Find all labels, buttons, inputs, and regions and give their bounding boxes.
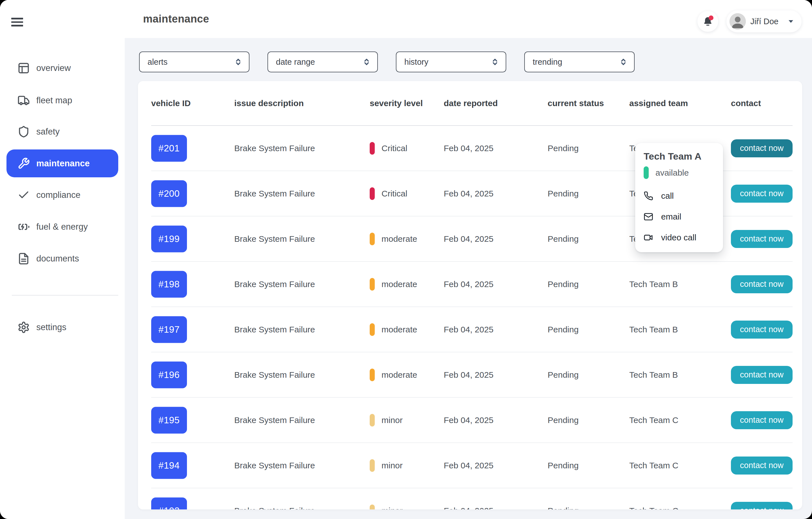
severity-cell: minor <box>370 459 403 472</box>
severity-indicator <box>370 368 375 381</box>
issue-description-cell: Brake System Failure <box>234 144 315 153</box>
vehicle-id-badge: #201 <box>151 135 187 161</box>
date-reported-cell: Feb 04, 2025 <box>444 370 494 380</box>
vehicle-id-badge: #199 <box>151 225 187 252</box>
column-header: current status <box>548 98 604 108</box>
severity-cell: Critical <box>370 142 407 154</box>
team-contact-popover: Tech Team A available call em <box>635 143 723 252</box>
call-menu-item[interactable]: call <box>644 190 715 202</box>
sidebar-item-maintenance[interactable]: maintenance <box>6 149 118 177</box>
column-header: date reported <box>444 98 498 108</box>
chevron-up-down-icon <box>490 57 500 67</box>
date-reported-cell: Feb 04, 2025 <box>444 189 494 199</box>
sidebar-item-label: compliance <box>36 190 81 200</box>
contact-now-button[interactable]: contact now <box>731 502 792 510</box>
sidebar-item-compliance[interactable]: compliance <box>6 181 118 209</box>
sidebar-item-fuel-energy[interactable]: fuel & energy <box>6 213 118 241</box>
severity-indicator <box>370 459 375 472</box>
severity-label: Critical <box>381 189 407 199</box>
shield-icon <box>18 125 30 138</box>
severity-label: moderate <box>381 279 417 289</box>
severity-label: minor <box>381 416 403 425</box>
severity-indicator <box>370 323 375 336</box>
severity-cell: Critical <box>370 187 407 200</box>
column-header: contact <box>731 98 761 108</box>
contact-cell: contact now <box>731 366 792 384</box>
sidebar-item-label: fleet map <box>36 95 72 105</box>
severity-cell: minor <box>370 414 403 426</box>
contact-cell: contact now <box>731 275 792 293</box>
current-status-cell: Pending <box>548 461 579 470</box>
severity-cell: moderate <box>370 323 417 336</box>
date-reported-cell: Feb 04, 2025 <box>444 416 494 425</box>
filter-select-date-range[interactable]: date range <box>267 52 378 72</box>
wrench-icon <box>18 157 30 170</box>
user-menu[interactable]: Jiří Doe <box>726 10 802 32</box>
sidebar-item-documents[interactable]: documents <box>6 245 118 272</box>
page-title: maintenance <box>143 0 209 38</box>
column-header: assigned team <box>629 98 688 108</box>
availability-label: available <box>656 168 689 178</box>
filter-select-alerts[interactable]: alerts <box>139 52 250 72</box>
filter-select-label: trending <box>533 57 562 67</box>
video-camera-icon <box>644 233 653 242</box>
contact-now-button[interactable]: contact now <box>731 139 792 157</box>
hamburger-icon <box>11 18 24 27</box>
availability-status: available <box>644 166 715 179</box>
popover-title: Tech Team A <box>644 151 715 162</box>
check-icon <box>18 189 30 201</box>
sidebar-item-safety[interactable]: safety <box>6 118 118 146</box>
vehicle-id-badge: #194 <box>151 452 187 479</box>
contact-now-button[interactable]: contact now <box>731 275 792 293</box>
current-status-cell: Pending <box>548 506 579 510</box>
severity-label: minor <box>381 461 403 470</box>
panel-layout-icon <box>18 62 30 74</box>
severity-indicator <box>370 414 375 426</box>
issue-description-cell: Brake System Failure <box>234 506 315 510</box>
contact-now-button[interactable]: contact now <box>731 457 792 475</box>
notifications-button[interactable] <box>697 11 718 32</box>
vehicle-id-badge: #198 <box>151 271 187 298</box>
current-status-cell: Pending <box>548 370 579 380</box>
contact-now-button[interactable]: contact now <box>731 411 792 429</box>
filter-select-history[interactable]: history <box>396 52 506 72</box>
video-call-menu-item[interactable]: video call <box>644 231 715 244</box>
contact-cell: contact now <box>731 457 792 475</box>
sidebar-item-overview[interactable]: overview <box>6 54 118 82</box>
severity-cell: moderate <box>370 233 417 245</box>
app-screen: maintenance Jiří Doe <box>0 0 812 519</box>
contact-now-button[interactable]: contact now <box>731 366 792 384</box>
contact-now-button[interactable]: contact now <box>731 320 792 339</box>
file-text-icon <box>18 252 30 265</box>
contact-cell: contact now <box>731 139 792 157</box>
issue-description-cell: Brake System Failure <box>234 234 315 244</box>
call-label: call <box>661 191 674 201</box>
severity-label: Critical <box>381 144 407 153</box>
issue-description-cell: Brake System Failure <box>234 279 315 289</box>
contact-now-button[interactable]: contact now <box>731 185 792 203</box>
assigned-team-cell: Tech Team B <box>629 325 678 334</box>
assigned-team-cell: Tech Team C <box>629 506 678 510</box>
email-label: email <box>661 212 682 221</box>
contact-cell: contact now <box>731 411 792 429</box>
assigned-team-cell: Tech Team C <box>629 416 678 425</box>
contact-now-button[interactable]: contact now <box>731 230 792 248</box>
sidebar-item-label: overview <box>36 63 71 73</box>
email-menu-item[interactable]: email <box>644 211 715 223</box>
filter-select-label: date range <box>276 57 315 67</box>
filter-select-trending[interactable]: trending <box>524 52 635 72</box>
sidebar-item-fleet-map[interactable]: fleet map <box>6 86 118 114</box>
sidebar-item-settings[interactable]: settings <box>6 313 118 341</box>
user-name: Jiří Doe <box>750 17 779 26</box>
filter-select-label: history <box>404 57 428 67</box>
video-call-label: video call <box>661 233 696 242</box>
notification-dot <box>709 16 714 20</box>
current-status-cell: Pending <box>548 416 579 425</box>
sidebar-divider <box>12 295 118 296</box>
date-reported-cell: Feb 04, 2025 <box>444 325 494 334</box>
date-reported-cell: Feb 04, 2025 <box>444 234 494 244</box>
current-status-cell: Pending <box>548 325 579 334</box>
menu-toggle-button[interactable] <box>9 13 26 29</box>
truck-icon <box>18 94 30 107</box>
date-reported-cell: Feb 04, 2025 <box>444 144 494 153</box>
